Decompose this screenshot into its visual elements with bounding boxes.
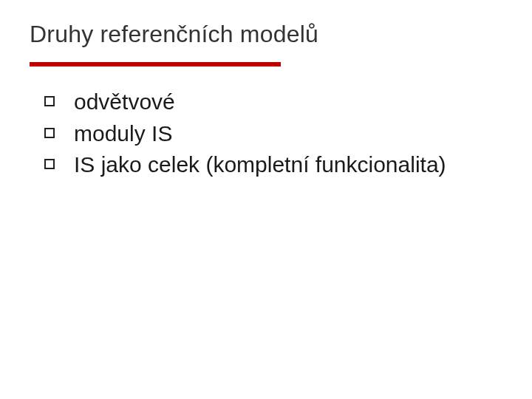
list-item: odvětvové xyxy=(44,87,502,117)
title-underline xyxy=(30,62,281,66)
list-item: moduly IS xyxy=(44,119,502,149)
slide-title: Druhy referenčních modelů xyxy=(30,21,318,48)
square-bullet-icon xyxy=(44,96,55,106)
list-item-text: IS jako celek (kompletní funkcionalita) xyxy=(74,150,502,180)
list-item-text: odvětvové xyxy=(74,87,502,117)
slide: Druhy referenčních modelů odvětvové modu… xyxy=(0,0,532,399)
bullet-list: odvětvové moduly IS IS jako celek (kompl… xyxy=(44,87,502,182)
square-bullet-icon xyxy=(44,128,55,138)
list-item-text: moduly IS xyxy=(74,119,502,149)
square-bullet-icon xyxy=(44,159,55,169)
list-item: IS jako celek (kompletní funkcionalita) xyxy=(44,150,502,180)
